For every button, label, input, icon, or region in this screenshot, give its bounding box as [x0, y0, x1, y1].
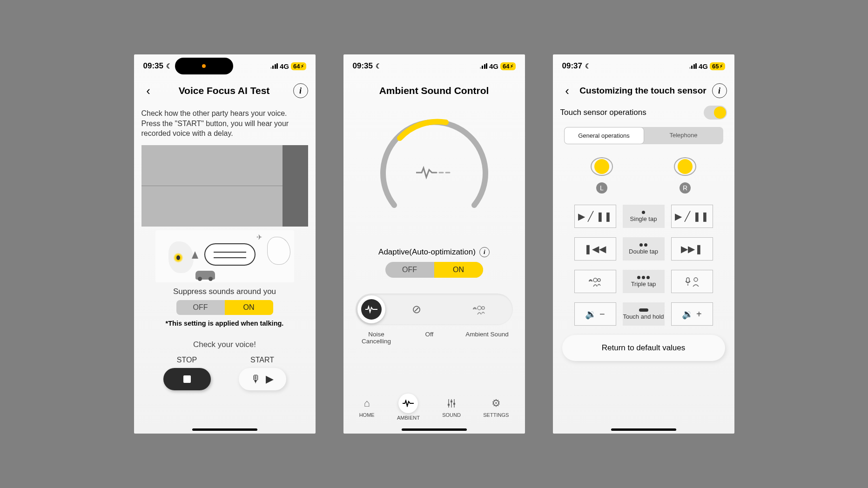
left-hold[interactable]: 🔉 − — [574, 302, 616, 326]
earbud-left-label: L — [596, 182, 607, 194]
adaptive-off[interactable]: OFF — [385, 262, 434, 278]
mode-noise-cancelling[interactable] — [357, 295, 385, 323]
touch-sensor-label: Touch sensor operations — [560, 108, 646, 117]
mode-selector[interactable]: ⊘ — [356, 294, 513, 325]
mode-label-nc: Noise Cancelling — [356, 331, 397, 345]
hold-label: Touch and hold — [623, 302, 665, 326]
info-button[interactable]: i — [293, 83, 308, 98]
network-label: 4G — [489, 62, 498, 70]
earbud-left-icon — [589, 155, 614, 178]
mode-ambient-sound[interactable] — [448, 295, 511, 323]
svg-rect-12 — [686, 278, 689, 282]
suppress-on[interactable]: ON — [225, 300, 273, 315]
prev-track-icon: ❚◀◀ — [584, 243, 606, 254]
next-track-icon: ▶▶❚ — [681, 243, 703, 254]
network-label: 4G — [699, 62, 708, 70]
ambient-dial[interactable] — [374, 112, 495, 233]
stop-label: STOP — [177, 356, 197, 364]
nav-header: ‹ Customizing the touch sensor i — [553, 78, 734, 104]
status-bar: 09:35 ☾ 4G 64⚡︎ — [343, 54, 525, 78]
dnd-moon-icon: ☾ — [166, 62, 172, 70]
status-bar: 09:35 ☾ 4G 64⚡︎ — [134, 54, 316, 78]
home-indicator[interactable] — [192, 428, 257, 431]
svg-point-10 — [593, 278, 597, 282]
svg-rect-9 — [453, 403, 455, 405]
earbud-left: L — [589, 155, 614, 194]
suppress-toggle[interactable]: OFF ON — [176, 300, 273, 315]
info-icon[interactable]: i — [479, 247, 490, 257]
play-icon: ▶ — [266, 373, 274, 385]
earbud-right-icon — [673, 155, 698, 178]
check-voice-label: Check your voice! — [141, 340, 308, 349]
triple-tap-label: Triple tap — [623, 270, 665, 293]
right-single-tap[interactable]: ▶ ╱ ❚❚ — [671, 205, 713, 228]
earbud-right-label: R — [680, 182, 691, 194]
home-indicator[interactable] — [611, 428, 676, 431]
signal-icon — [689, 63, 697, 69]
svg-rect-5 — [448, 404, 450, 406]
battery-badge: 65⚡︎ — [710, 62, 725, 70]
single-tap-label: Single tap — [623, 205, 665, 228]
earbud-right: R — [673, 155, 698, 194]
signal-icon — [270, 63, 278, 69]
start-label: START — [250, 356, 274, 364]
back-button[interactable]: ‹ — [560, 84, 574, 98]
tab-group: General operations Telephone — [564, 127, 723, 144]
voice-illustration: ✈ — [155, 230, 294, 282]
status-time: 09:35 — [353, 61, 373, 71]
suppress-label: Suppress sounds around you — [141, 287, 308, 296]
battery-badge: 64⚡︎ — [291, 62, 306, 70]
pulse-icon — [398, 394, 418, 413]
volume-down-icon: 🔉 − — [585, 308, 605, 320]
nav-home[interactable]: ⌂ HOME — [359, 396, 375, 418]
svg-point-13 — [694, 278, 698, 281]
tab-telephone[interactable]: Telephone — [644, 127, 723, 144]
nav-header: Ambient Sound Control — [343, 78, 525, 104]
network-label: 4G — [280, 62, 289, 70]
suppress-off[interactable]: OFF — [176, 300, 225, 315]
screen-ambient-control: 09:35 ☾ 4G 64⚡︎ Ambient Sound Control — [343, 54, 525, 434]
back-button[interactable]: ‹ — [141, 84, 155, 98]
stop-button[interactable] — [163, 368, 211, 390]
off-circle-icon: ⊘ — [412, 303, 421, 316]
nav-ambient[interactable]: AMBIENT — [397, 394, 420, 421]
info-button[interactable]: i — [712, 83, 727, 98]
bottom-nav: ⌂ HOME AMBIENT SOUND ⚙ SETTINGS — [343, 387, 525, 425]
status-bar: 09:37 ☾ 4G 65⚡︎ — [553, 54, 734, 78]
touch-sensor-toggle[interactable] — [704, 106, 727, 120]
dnd-moon-icon: ☾ — [585, 62, 591, 70]
left-single-tap[interactable]: ▶ ╱ ❚❚ — [574, 205, 616, 228]
mode-off[interactable]: ⊘ — [385, 295, 448, 323]
right-double-tap[interactable]: ▶▶❚ — [671, 237, 713, 261]
mode-label-off: Off — [397, 331, 462, 345]
waveform-display — [141, 145, 308, 227]
nav-settings[interactable]: ⚙ SETTINGS — [483, 396, 509, 418]
return-defaults-button[interactable]: Return to default values — [562, 335, 725, 361]
play-pause-icon: ▶ ╱ ❚❚ — [675, 211, 708, 222]
intro-text: Check how the other party hears your voi… — [141, 108, 308, 139]
double-tap-label: Double tap — [623, 237, 665, 261]
left-triple-tap[interactable] — [574, 270, 616, 293]
start-button[interactable]: 🎙 ▶ — [239, 368, 286, 390]
screen-touch-sensor: 09:37 ☾ 4G 65⚡︎ ‹ Customizing the touch … — [553, 54, 734, 434]
home-indicator[interactable] — [402, 428, 467, 431]
pulse-icon — [365, 305, 377, 314]
nav-sound[interactable]: SOUND — [442, 396, 461, 418]
status-time: 09:35 — [143, 61, 163, 71]
pulse-icon — [416, 165, 452, 180]
right-hold[interactable]: 🔉 + — [671, 302, 713, 326]
left-double-tap[interactable]: ❚◀◀ — [574, 237, 616, 261]
right-triple-tap[interactable] — [671, 270, 713, 293]
status-time: 09:37 — [562, 61, 582, 71]
adaptive-on[interactable]: ON — [434, 262, 483, 278]
adaptive-label: Adaptive(Auto-optimization) — [378, 247, 476, 257]
nav-header: ‹ Voice Focus AI Test i — [134, 78, 316, 104]
svg-rect-7 — [451, 401, 452, 402]
dnd-moon-icon: ☾ — [376, 62, 382, 70]
screen-voice-focus: 09:35 ☾ 4G 64⚡︎ ‹ Voice Focus AI Test i … — [134, 54, 316, 434]
dynamic-island — [175, 58, 233, 74]
tab-general[interactable]: General operations — [564, 127, 644, 144]
adaptive-toggle[interactable]: OFF ON — [385, 262, 483, 278]
ambient-icon — [589, 276, 602, 287]
battery-badge: 64⚡︎ — [500, 62, 515, 70]
